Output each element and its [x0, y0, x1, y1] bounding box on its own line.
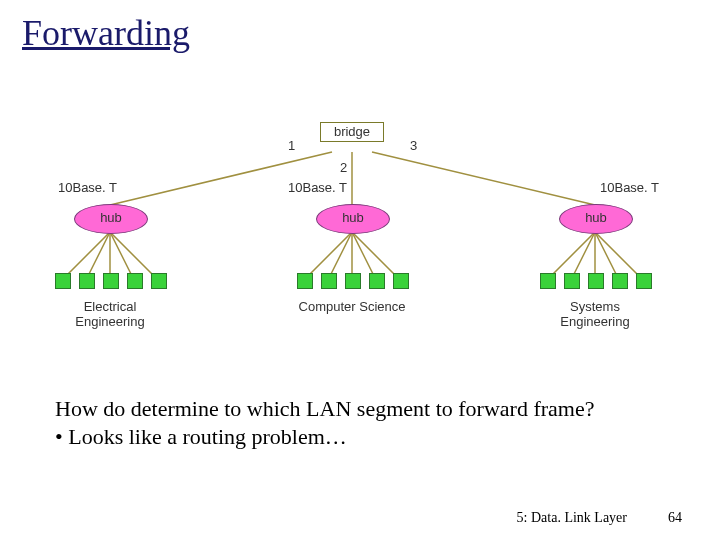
link-tech-right: 10Base. T [600, 180, 659, 195]
svg-line-2 [372, 152, 595, 205]
host-node [612, 273, 628, 289]
page-number: 64 [668, 510, 682, 526]
host-node [321, 273, 337, 289]
hub-mid: hub [316, 204, 390, 234]
host-node [540, 273, 556, 289]
host-node [369, 273, 385, 289]
question-line: How do determine to which LAN segment to… [55, 395, 655, 423]
host-node [636, 273, 652, 289]
host-node [588, 273, 604, 289]
hub-left: hub [74, 204, 148, 234]
host-node [79, 273, 95, 289]
link-tech-mid: 10Base. T [288, 180, 347, 195]
network-diagram: bridge 1 2 3 10Base. T 10Base. T 10Base.… [40, 120, 680, 380]
host-node [345, 273, 361, 289]
dept-se-label: Systems Engineering [540, 300, 650, 330]
host-node [151, 273, 167, 289]
port-1-label: 1 [288, 138, 295, 153]
svg-line-0 [110, 152, 332, 205]
diagram-lines [40, 120, 680, 380]
slide-title: Forwarding [22, 12, 190, 54]
host-node [103, 273, 119, 289]
host-node [297, 273, 313, 289]
port-2-label: 2 [340, 160, 347, 175]
port-3-label: 3 [410, 138, 417, 153]
host-node [393, 273, 409, 289]
hub-right: hub [559, 204, 633, 234]
dept-ee-label: Electrical Engineering [55, 300, 165, 330]
bullet-line: • Looks like a routing problem… [55, 423, 655, 451]
bridge-node: bridge [320, 122, 384, 142]
link-tech-left: 10Base. T [58, 180, 117, 195]
host-node [55, 273, 71, 289]
host-node [127, 273, 143, 289]
body-text: How do determine to which LAN segment to… [55, 395, 655, 451]
dept-cs-label: Computer Science [297, 300, 407, 315]
host-node [564, 273, 580, 289]
footer-section: 5: Data. Link Layer [517, 510, 627, 526]
